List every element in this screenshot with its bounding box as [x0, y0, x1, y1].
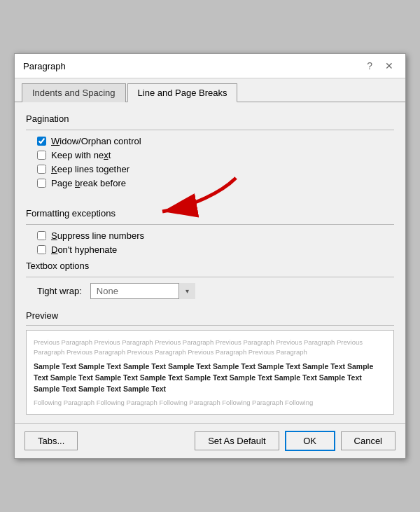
- tight-wrap-select-wrapper: None All First and last only First only …: [90, 283, 195, 299]
- footer-left: Tabs...: [24, 431, 78, 450]
- preview-label: Preview: [26, 310, 394, 321]
- page-break-before-row: Page break before: [37, 178, 394, 188]
- cancel-button[interactable]: Cancel: [341, 431, 396, 450]
- textbox-options-divider: [26, 277, 394, 277]
- formatting-exceptions-section: Formatting exceptions: [26, 208, 394, 225]
- widow-orphan-checkbox[interactable]: [37, 137, 46, 146]
- tab-indents-and-spacing[interactable]: Indents and Spacing: [22, 83, 126, 102]
- page-break-before-checkbox[interactable]: [37, 179, 46, 188]
- suppress-line-numbers-row: Suppress line numbers: [37, 230, 394, 241]
- suppress-line-numbers-checkbox[interactable]: [37, 231, 46, 240]
- keep-with-next-label[interactable]: Keep with next: [51, 150, 111, 160]
- pagination-section-label: Pagination: [26, 113, 394, 124]
- tight-wrap-row: Tight wrap: None All First and last only…: [37, 283, 394, 299]
- preview-divider: [26, 325, 394, 326]
- keep-lines-together-row: Keep lines together: [37, 164, 394, 174]
- keep-with-next-checkbox[interactable]: [37, 151, 46, 160]
- help-button[interactable]: ?: [363, 60, 376, 72]
- dont-hyphenate-checkbox[interactable]: [37, 245, 46, 254]
- set-as-default-button[interactable]: Set As Default: [195, 431, 279, 450]
- formatting-exceptions-divider: [26, 224, 394, 225]
- preview-section: Preview Previous Paragraph Previous Para…: [26, 310, 394, 415]
- textbox-options-label: Textbox options: [26, 261, 394, 271]
- preview-box: Previous Paragraph Previous Paragraph Pr…: [26, 330, 394, 415]
- widow-orphan-row: Widow/Orphan control: [37, 136, 394, 146]
- dialog-footer: Tabs... Set As Default OK Cancel: [15, 423, 405, 458]
- keep-lines-together-label[interactable]: Keep lines together: [51, 164, 130, 174]
- close-button[interactable]: ✕: [382, 60, 397, 72]
- tight-wrap-select[interactable]: None All First and last only First only …: [90, 283, 195, 299]
- page-break-before-label[interactable]: Page break before: [51, 178, 126, 188]
- dialog-title-area: Paragraph: [23, 61, 66, 71]
- paragraph-dialog: Paragraph ? ✕ Indents and Spacing Line a…: [14, 53, 406, 459]
- dont-hyphenate-row: Don't hyphenate: [37, 244, 394, 255]
- preview-previous-paragraph: Previous Paragraph Previous Paragraph Pr…: [34, 338, 386, 358]
- tight-wrap-label: Tight wrap:: [37, 286, 82, 296]
- dialog-content: Pagination Widow/Orphan control Keep wit…: [15, 102, 405, 423]
- dialog-title: Paragraph: [23, 61, 66, 71]
- preview-sample-text: Sample Text Sample Text Sample Text Samp…: [34, 361, 386, 395]
- widow-orphan-label[interactable]: Widow/Orphan control: [51, 136, 141, 146]
- tabs-row: Indents and Spacing Line and Page Breaks: [15, 78, 405, 102]
- textbox-options-section: Textbox options Tight wrap: None All Fir…: [26, 261, 394, 299]
- pagination-divider: [26, 130, 394, 130]
- ok-button[interactable]: OK: [285, 431, 335, 451]
- keep-with-next-row: Keep with next: [37, 150, 394, 160]
- suppress-line-numbers-label[interactable]: Suppress line numbers: [51, 230, 144, 241]
- tab-line-and-page-breaks[interactable]: Line and Page Breaks: [127, 83, 238, 102]
- title-controls: ? ✕: [363, 60, 397, 72]
- preview-following-paragraph: Following Paragraph Following Paragraph …: [34, 398, 386, 407]
- formatting-exceptions-label: Formatting exceptions: [26, 208, 394, 219]
- keep-lines-together-checkbox[interactable]: [37, 165, 46, 174]
- tabs-button[interactable]: Tabs...: [24, 431, 78, 450]
- dont-hyphenate-label[interactable]: Don't hyphenate: [51, 244, 117, 255]
- title-bar: Paragraph ? ✕: [15, 54, 405, 78]
